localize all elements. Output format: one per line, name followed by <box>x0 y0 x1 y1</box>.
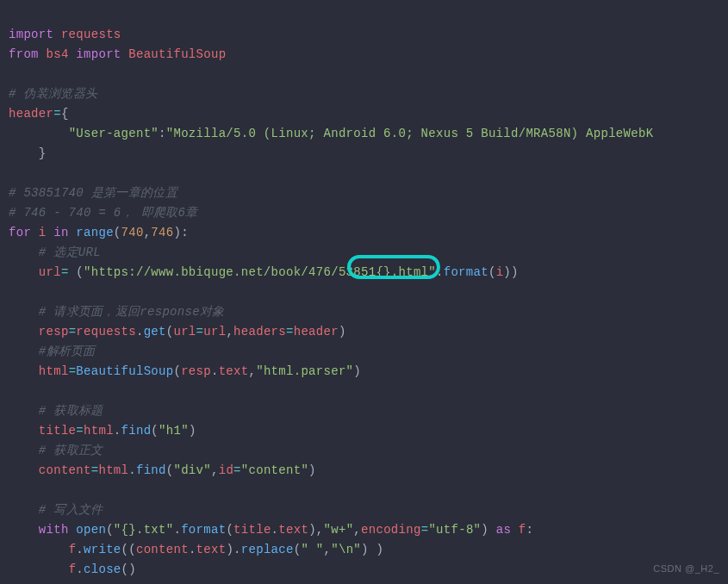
kw-url: url <box>173 325 196 339</box>
var-url: url <box>39 265 61 279</box>
num-740: 740 <box>121 226 144 239</box>
op-eq: = <box>53 107 61 121</box>
str-urlfmt: "https://www.bbiquge.net/book/476/53851{… <box>84 265 436 279</box>
str-parser: "html.parser" <box>256 364 353 378</box>
var-header: header <box>9 107 53 121</box>
obj-html2: html <box>98 463 128 477</box>
var-i: i <box>39 226 47 239</box>
code-block: import requests from bs4 import Beautifu… <box>9 5 719 584</box>
fn-get: get <box>144 325 166 339</box>
arg-header: header <box>294 325 339 339</box>
kw-import2: import <box>76 47 121 61</box>
cmt-req: # 请求页面，返回response对象 <box>39 305 225 319</box>
fn-range: range <box>76 226 114 239</box>
kw-headers: headers <box>233 325 286 339</box>
watermark-prefix: CSDN <box>653 563 685 574</box>
var-f: f <box>519 523 526 537</box>
str-content: "content" <box>241 463 308 477</box>
var-resp: resp <box>39 325 69 339</box>
fn-find2: find <box>136 463 166 477</box>
cmt-header: # 伪装浏览器头 <box>9 87 97 101</box>
cls-bsoup: BeautifulSoup <box>128 47 226 61</box>
watermark: CSDN @_H2_ <box>653 559 719 579</box>
fn-format2: format <box>181 523 226 537</box>
kw-in: in <box>53 226 68 239</box>
kw-encoding: encoding <box>361 523 421 537</box>
cmt-write: # 写入文件 <box>39 503 103 517</box>
colon: : <box>159 127 166 140</box>
num-746: 746 <box>151 226 173 239</box>
obj-title: title <box>233 523 271 537</box>
kw-id: id <box>219 463 233 477</box>
fn-replace: replace <box>241 543 294 556</box>
obj-content: content <box>136 543 189 556</box>
dict-key-ua: "User-agent" <box>69 127 159 140</box>
fn-open: open <box>76 523 106 537</box>
str-mode: "w+" <box>324 523 354 537</box>
attr-text2: text <box>278 523 308 537</box>
str-div: "div" <box>173 463 211 477</box>
kw-as: as <box>496 523 511 537</box>
mod-requests: requests <box>61 28 121 41</box>
cmt-parse: #解析页面 <box>39 345 96 358</box>
kw-with: with <box>39 523 69 537</box>
cmt-range: # 746 - 740 = 6， 即爬取6章 <box>9 206 197 220</box>
var-html: html <box>39 364 69 378</box>
mod-bs4: bs4 <box>47 47 69 61</box>
str-space: " " <box>301 543 323 556</box>
attr-text3: text <box>196 543 227 556</box>
cmt-content: # 获取正文 <box>39 444 103 457</box>
op-eq5: = <box>76 424 84 438</box>
fn-write: write <box>84 543 121 556</box>
cmt-title: # 获取标题 <box>39 404 103 418</box>
brace-open: { <box>61 107 69 121</box>
fn-bsoup: BeautifulSoup <box>76 364 173 378</box>
brace-close: } <box>39 146 47 160</box>
str-h1: "h1" <box>159 424 189 438</box>
str-newline: "\n" <box>331 543 361 556</box>
fn-format: format <box>444 265 488 279</box>
arg-resp: resp <box>181 364 211 378</box>
str-encoding: "utf-8" <box>428 523 481 537</box>
colon2: : <box>181 226 189 239</box>
watermark-suffix: @_H2_ <box>685 563 719 574</box>
dict-val-ua: "Mozilla/5.0 (Linux; Android 6.0; Nexus … <box>166 127 654 140</box>
cmt-url: # 选定URL <box>39 245 101 259</box>
kw-for: for <box>9 226 31 239</box>
str-path: "{}.txt" <box>114 523 174 537</box>
mod-requests2: requests <box>76 325 136 339</box>
fn-find: find <box>121 424 152 438</box>
kw-import: import <box>9 28 53 41</box>
kw-from: from <box>9 47 39 61</box>
arg-url: url <box>203 325 226 339</box>
op-eq2: = <box>61 265 69 279</box>
fn-close: close <box>84 562 121 576</box>
attr-text: text <box>219 364 249 378</box>
var-title: title <box>39 424 77 438</box>
cmt-pos: # 53851740 是第一章的位置 <box>9 186 177 200</box>
var-content: content <box>39 463 91 477</box>
obj-html: html <box>84 424 114 438</box>
